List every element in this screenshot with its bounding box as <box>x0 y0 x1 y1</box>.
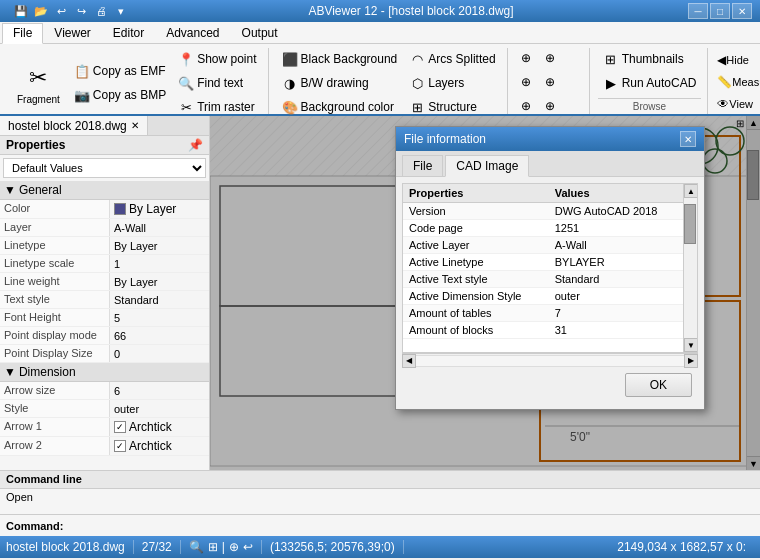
dialog-close-btn[interactable]: ✕ <box>680 131 696 147</box>
prop-pointdisplaymode: Point display mode 66 <box>0 327 209 345</box>
blackbg-icon: ⬛ <box>282 51 298 67</box>
ribbon-pos6-btn[interactable]: ⊕ <box>540 96 560 116</box>
ribbon-blackbg-btn[interactable]: ⬛ Black Background <box>277 48 403 70</box>
general-section-header[interactable]: ▼ General <box>0 181 209 200</box>
command-prompt-label: Command: <box>6 520 63 532</box>
table-row: Code page 1251 <box>403 220 683 237</box>
dialog-scroll-left[interactable]: ◀ <box>402 354 416 368</box>
menu-bar: File Viewer Editor Advanced Output <box>0 22 760 44</box>
ribbon-pos3-btn[interactable]: ⊕ <box>516 72 536 92</box>
fragment-label: Fragment <box>17 94 60 105</box>
ribbon-layers-btn[interactable]: ⬡ Layers <box>404 72 500 94</box>
arrow1-checkbox[interactable]: ✓ <box>114 421 126 433</box>
minimize-btn[interactable]: ─ <box>688 3 708 19</box>
ribbon-structure-btn[interactable]: ⊞ Structure <box>404 96 500 118</box>
table-row: Amount of tables 7 <box>403 305 683 322</box>
close-btn[interactable]: ✕ <box>732 3 752 19</box>
ok-button[interactable]: OK <box>625 373 692 397</box>
ribbon-runautocad-btn[interactable]: ▶ Run AutoCAD <box>598 72 702 94</box>
dimension-collapse-icon: ▼ <box>4 365 16 379</box>
prop-arrowsize: Arrow size 6 <box>0 382 209 400</box>
dialog-titlebar: File information ✕ <box>396 127 704 151</box>
window-controls: ─ □ ✕ <box>688 3 752 19</box>
qa-print[interactable]: 🖨 <box>92 2 110 20</box>
dimension-section-header[interactable]: ▼ Dimension <box>0 363 209 382</box>
dialog-title: File information <box>404 132 486 146</box>
arcssplitted-icon: ◠ <box>409 51 425 67</box>
prop-color: Color By Layer <box>0 200 209 219</box>
findtext-icon: 🔍 <box>178 75 194 91</box>
ribbon-pos2-btn[interactable]: ⊕ <box>540 48 560 68</box>
view-btn[interactable]: 👁 View <box>712 94 760 114</box>
arrow2-checkbox[interactable]: ✓ <box>114 440 126 452</box>
menu-editor[interactable]: Editor <box>102 22 155 43</box>
prop-dimstyle-name: Active Dimension Style <box>403 288 549 305</box>
dialog-scroll-up[interactable]: ▲ <box>684 184 698 198</box>
status-icon5[interactable]: ↩ <box>243 540 253 554</box>
qa-undo[interactable]: ↩ <box>52 2 70 20</box>
layers-icon: ⬡ <box>409 75 425 91</box>
ribbon-bwdrawing-btn[interactable]: ◑ B/W drawing <box>277 72 403 94</box>
ribbon-fragment-btn[interactable]: ✂ Fragment <box>10 59 67 108</box>
file-tab[interactable]: hostel block 2018.dwg ✕ <box>0 116 148 135</box>
qa-open[interactable]: 📂 <box>32 2 50 20</box>
table-row: Amount of blocks 31 <box>403 322 683 339</box>
status-icon3[interactable]: | <box>222 540 225 554</box>
dialog-tab-file[interactable]: File <box>402 155 443 176</box>
ribbon-pos1-btn[interactable]: ⊕ <box>516 48 536 68</box>
trimraster-icon: ✂ <box>178 99 194 115</box>
fragment-icon: ✂ <box>22 62 54 94</box>
dialog-vertical-scrollbar[interactable]: ▲ ▼ <box>683 184 697 352</box>
status-icon4[interactable]: ⊕ <box>229 540 239 554</box>
qa-dropdown[interactable]: ▾ <box>112 2 130 20</box>
menu-advanced[interactable]: Advanced <box>155 22 230 43</box>
dialog-scroll-down[interactable]: ▼ <box>684 338 698 352</box>
ribbon-copyemf-btn[interactable]: 📋 Copy as EMF <box>69 60 171 82</box>
qa-redo[interactable]: ↪ <box>72 2 90 20</box>
prop-textstyle: Text style Standard <box>0 291 209 309</box>
runautocad-icon: ▶ <box>603 75 619 91</box>
table-header-row: Properties Values <box>403 184 683 203</box>
status-bar: hostel block 2018.dwg 27/32 🔍 ⊞ | ⊕ ↩ (1… <box>0 536 760 558</box>
dialog-horizontal-scrollbar[interactable]: ◀ ▶ <box>402 353 698 367</box>
menu-output[interactable]: Output <box>231 22 289 43</box>
status-icon1[interactable]: 🔍 <box>189 540 204 554</box>
ribbon-pos4-btn[interactable]: ⊕ <box>540 72 560 92</box>
status-icon2[interactable]: ⊞ <box>208 540 218 554</box>
qa-save[interactable]: 💾 <box>12 2 30 20</box>
ribbon-thumbnails-btn[interactable]: ⊞ Thumbnails <box>598 48 702 70</box>
dialog-tab-cadimage[interactable]: CAD Image <box>445 155 529 177</box>
ribbon-showpoint-btn[interactable]: 📍 Show point <box>173 48 261 70</box>
hide-btn[interactable]: ◀ Hide <box>712 50 760 70</box>
menu-file[interactable]: File <box>2 23 43 44</box>
collapse-icon: ▼ <box>4 183 16 197</box>
measure-icon: 📏 <box>717 75 732 89</box>
panel-pin-icon[interactable]: 📌 <box>188 138 203 152</box>
ribbon-copybmp-btn[interactable]: 📷 Copy as BMP <box>69 84 171 106</box>
prop-codepage-name: Code page <box>403 220 549 237</box>
prop-pointdisplaysize: Point Display Size 0 <box>0 345 209 363</box>
status-dimensions: 2149,034 x 1682,57 x 0: <box>617 540 754 554</box>
maximize-btn[interactable]: □ <box>710 3 730 19</box>
dialog-tabs: File CAD Image <box>396 151 704 177</box>
ribbon-findtext-btn[interactable]: 🔍 Find text <box>173 72 261 94</box>
command-input[interactable] <box>69 520 754 532</box>
tab-close-btn[interactable]: ✕ <box>131 120 139 131</box>
table-row: Active Layer A-Wall <box>403 237 683 254</box>
prop-activelinetype-name: Active Linetype <box>403 254 549 271</box>
ribbon-trimraster-btn[interactable]: ✂ Trim raster <box>173 96 261 118</box>
ribbon-pos5-btn[interactable]: ⊕ <box>516 96 536 116</box>
showpoint-icon: 📍 <box>178 51 194 67</box>
dialog-scroll-right[interactable]: ▶ <box>684 354 698 368</box>
measure-btn[interactable]: 📏 Measure <box>712 72 760 92</box>
default-values-dropdown[interactable]: Default Values <box>3 158 206 178</box>
copyemf-icon: 📋 <box>74 63 90 79</box>
prop-linetype-scale: Linetype scale 1 <box>0 255 209 273</box>
bgcolor-icon: 🎨 <box>282 99 298 115</box>
col-values: Values <box>549 184 683 203</box>
ribbon-arcssplitted-btn[interactable]: ◠ Arcs Splitted <box>404 48 500 70</box>
ribbon-group-browse: ⊞ Thumbnails ▶ Run AutoCAD Browse <box>592 48 709 114</box>
menu-viewer[interactable]: Viewer <box>43 22 101 43</box>
dialog-scroll-thumb[interactable] <box>684 204 696 244</box>
ribbon-bgcolor-btn[interactable]: 🎨 Background color <box>277 96 403 118</box>
